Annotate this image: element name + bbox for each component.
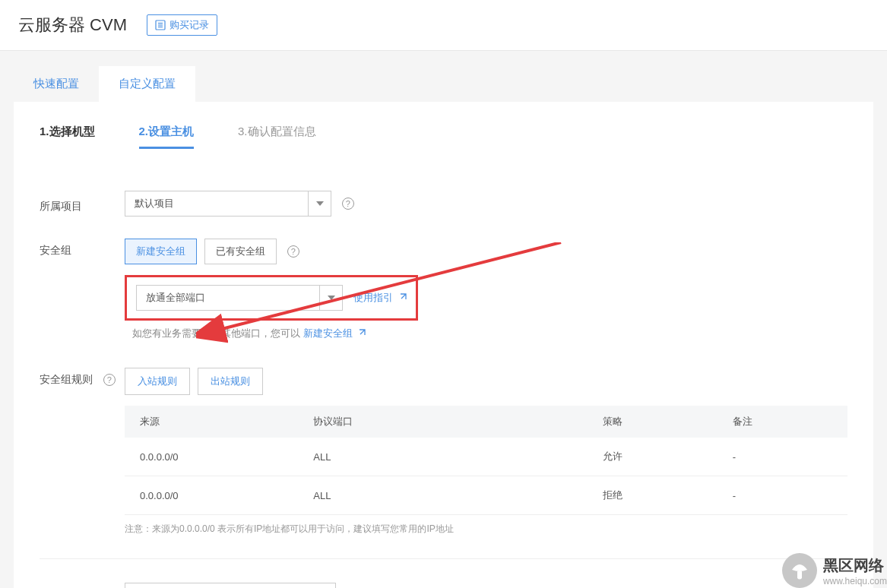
th-protocol: 协议端口 <box>298 406 587 438</box>
rule-direction-tabs: 入站规则 出站规则 <box>125 368 263 395</box>
table-row: 0.0.0.0/0 ALL 允许 - <box>125 438 847 476</box>
highlight-annotation: 放通全部端口 使用指引 <box>125 275 418 321</box>
mushroom-icon <box>782 553 817 588</box>
security-group-row: 安全组 新建安全组 已有安全组 ? 放通全部端口 使用指引 <box>40 239 847 340</box>
page-header: 云服务器 CVM 购买记录 <box>0 0 887 51</box>
instance-name-input[interactable] <box>125 583 336 588</box>
watermark: 黑区网络 www.heiqu.com <box>782 553 887 588</box>
help-icon[interactable]: ? <box>342 198 354 210</box>
step-confirm[interactable]: 3.确认配置信息 <box>238 125 316 149</box>
project-select[interactable]: 默认项目 <box>125 191 331 217</box>
rules-note: 注意：来源为0.0.0.0/0 表示所有IP地址都可以用于访问，建议填写您常用的… <box>125 523 847 536</box>
tab-quick-config[interactable]: 快速配置 <box>14 66 99 102</box>
tab-outbound-rules[interactable]: 出站规则 <box>198 368 263 395</box>
instance-name-row: 实例名称 支持批量连续命名或指定模式串命名，你还可以输入60个字符 ? <box>40 582 847 588</box>
th-source: 来源 <box>125 406 298 438</box>
list-icon <box>155 20 166 30</box>
step-setup-host[interactable]: 2.设置主机 <box>139 125 195 149</box>
table-row: 0.0.0.0/0 ALL 拒绝 - <box>125 476 847 515</box>
rules-table: 来源 协议端口 策略 备注 0.0.0.0/0 ALL 允许 - <box>125 406 847 515</box>
help-icon[interactable]: ? <box>287 245 299 258</box>
project-selected-value: 默认项目 <box>125 197 308 210</box>
security-rules-label: 安全组规则 ? <box>40 368 125 387</box>
watermark-brand: 黑区网络 <box>823 555 887 576</box>
table-header-row: 来源 协议端口 策略 备注 <box>125 406 847 438</box>
th-policy: 策略 <box>588 406 718 438</box>
watermark-url: www.heiqu.com <box>823 576 887 586</box>
tab-custom-config[interactable]: 自定义配置 <box>99 66 195 102</box>
chevron-down-icon <box>319 286 342 310</box>
th-remark: 备注 <box>718 406 847 438</box>
security-group-label: 安全组 <box>40 239 125 258</box>
create-security-group-link[interactable]: 新建安全组 <box>303 327 366 339</box>
port-rule-select[interactable]: 放通全部端口 <box>136 285 343 311</box>
step-select-model[interactable]: 1.选择机型 <box>40 125 95 149</box>
divider <box>40 558 847 559</box>
config-mode-tabs: 快速配置 自定义配置 <box>14 66 873 102</box>
port-rule-value: 放通全部端口 <box>137 291 319 305</box>
page-title: 云服务器 CVM <box>18 14 127 36</box>
security-rules-row: 安全组规则 ? 入站规则 出站规则 来源 协议端口 策略 备注 <box>40 368 847 536</box>
existing-security-group-button[interactable]: 已有安全组 <box>204 239 277 264</box>
config-panel: 1.选择机型 2.设置主机 3.确认配置信息 所属项目 默认项目 ? 安全组 新… <box>14 102 873 588</box>
chevron-down-icon <box>308 191 331 216</box>
purchase-record-button[interactable]: 购买记录 <box>147 14 217 36</box>
project-label: 所属项目 <box>40 194 125 213</box>
external-link-icon <box>357 329 366 337</box>
wizard-steps: 1.选择机型 2.设置主机 3.确认配置信息 <box>40 125 847 153</box>
project-row: 所属项目 默认项目 ? <box>40 190 847 217</box>
tab-inbound-rules[interactable]: 入站规则 <box>125 368 190 395</box>
help-icon[interactable]: ? <box>103 374 116 386</box>
record-button-label: 购买记录 <box>169 18 209 32</box>
security-group-toggle: 新建安全组 已有安全组 <box>125 239 277 264</box>
external-link-icon <box>398 293 407 302</box>
usage-guide-link[interactable]: 使用指引 <box>353 292 407 303</box>
security-group-hint: 如您有业务需要放通其他端口，您可以 新建安全组 <box>132 327 847 340</box>
new-security-group-button[interactable]: 新建安全组 <box>125 239 197 264</box>
